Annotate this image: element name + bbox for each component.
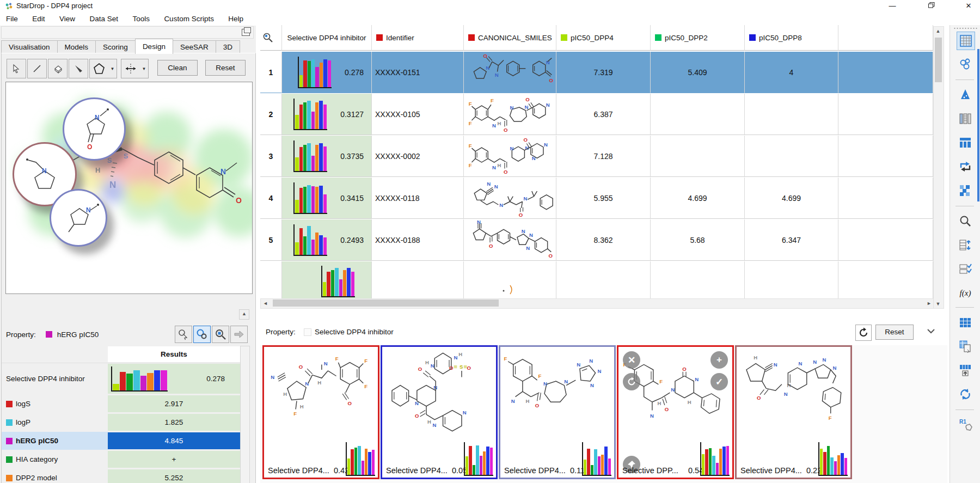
- tab-scoring[interactable]: Scoring: [95, 40, 136, 54]
- suggestion-card-hovered[interactable]: F F NH O N NO H ✕ + ✓ Selective DPP... 0…: [617, 345, 734, 479]
- table-search-icon[interactable]: [262, 32, 273, 43]
- transform-tool-dropdown-icon[interactable]: ▼: [140, 59, 149, 78]
- vscroll-down-icon[interactable]: ▼: [934, 299, 942, 308]
- left-scroll-up-icon[interactable]: ▲: [239, 309, 249, 320]
- menu-file[interactable]: File: [0, 12, 24, 26]
- copy-table-icon[interactable]: [957, 338, 974, 355]
- tab-seesar[interactable]: SeeSAR: [173, 40, 216, 54]
- table-header-icon[interactable]: [957, 134, 974, 151]
- refresh-suggestion-icon[interactable]: [623, 373, 640, 390]
- select-fragment-button[interactable]: [175, 326, 192, 343]
- function-editor-icon[interactable]: f(x): [957, 284, 974, 302]
- results-row-dpp2[interactable]: DPP2 model 5.252: [2, 469, 240, 483]
- tab-models[interactable]: Models: [57, 40, 96, 54]
- results-row-logs[interactable]: logS 2.917: [2, 395, 240, 413]
- hscroll-thumb[interactable]: [273, 299, 499, 307]
- sync-icon[interactable]: [957, 386, 974, 403]
- table-row[interactable]: 1 0.278 XXXXX-0151 N O N N O 7.319 5.409…: [260, 52, 933, 94]
- svg-text:H: H: [427, 419, 431, 425]
- fragment-bubble-bottom[interactable]: N: [50, 189, 107, 247]
- glow-mode-button[interactable]: [193, 326, 211, 343]
- table-row[interactable]: 2 0.3127 XXXXX-0105 F F F NH O NN O N 6.…: [260, 94, 933, 136]
- col-header-identifier[interactable]: Identifier: [372, 25, 464, 51]
- vscroll-thumb[interactable]: [935, 38, 942, 82]
- cards-view-icon[interactable]: [957, 56, 974, 73]
- undock-icon[interactable]: [242, 29, 250, 36]
- column-visualisation-icon[interactable]: [957, 110, 974, 127]
- reset-sketch-button[interactable]: Reset: [205, 60, 246, 76]
- transpose-table-icon[interactable]: [957, 158, 974, 175]
- data-grid-icon[interactable]: [957, 314, 974, 331]
- results-scrollbar[interactable]: [240, 346, 250, 483]
- dismiss-suggestion-icon[interactable]: ✕: [623, 351, 640, 369]
- col-header-pic50-dpp2[interactable]: pIC50_DPP2: [651, 25, 745, 51]
- menu-edit[interactable]: Edit: [26, 12, 51, 26]
- collapse-chevron-icon[interactable]: [926, 326, 936, 339]
- suggestion-card[interactable]: F F NH O NN NNNN Selective DPP4... 0.11: [499, 345, 616, 479]
- menu-custom-scripts[interactable]: Custom Scripts: [158, 12, 220, 26]
- matrix-view-icon[interactable]: [957, 182, 974, 199]
- find-icon[interactable]: [957, 212, 974, 230]
- table-row[interactable]: 5 0.2493 XXXXX-0188 N O NNN O 8.362 5.68…: [260, 219, 933, 261]
- menu-help[interactable]: Help: [222, 12, 249, 26]
- results-row-logp[interactable]: logP 1.825: [2, 413, 240, 431]
- close-button[interactable]: ✕: [959, 0, 978, 11]
- menu-view[interactable]: View: [53, 12, 81, 26]
- tab-design[interactable]: Design: [135, 39, 173, 54]
- bond-tool-button[interactable]: [27, 59, 47, 78]
- select-tool-button[interactable]: [7, 59, 26, 78]
- wedge-bond-tool-button[interactable]: [69, 59, 88, 78]
- suggestion-card[interactable]: N N HH F O NH F F F O Selective DPP4... …: [262, 345, 379, 479]
- col-header-smiles[interactable]: CANONICAL_SMILES: [464, 25, 556, 51]
- vscroll-up-icon[interactable]: ▲: [934, 27, 942, 35]
- dpp2-value: 5.252: [108, 469, 240, 483]
- accept-suggestion-icon[interactable]: ✓: [710, 373, 728, 390]
- menu-tools[interactable]: Tools: [126, 12, 156, 26]
- col-header-pic50-dpp8[interactable]: pIC50_DPP8: [745, 25, 838, 51]
- card-score-chart: [464, 442, 493, 476]
- regenerate-button[interactable]: [855, 325, 872, 341]
- table-view-icon[interactable]: [957, 32, 975, 50]
- col-header-pic50-dpp4[interactable]: pIC50_DPP4: [556, 25, 651, 51]
- bottom-property-swatch: [304, 328, 311, 336]
- transform-tool-button[interactable]: [121, 59, 140, 78]
- molecule-canvas[interactable]: H S S H N N O N O: [5, 82, 253, 294]
- restore-button[interactable]: [922, 0, 941, 11]
- card-score-chart: [700, 442, 730, 476]
- table-vscrollbar[interactable]: ▲ ▼: [933, 26, 944, 309]
- suggestion-card[interactable]: NN O NH NH S OO O NH N Selective DPP4...…: [381, 345, 498, 479]
- eraser-tool-button[interactable]: [48, 59, 68, 78]
- property-name[interactable]: hERG pIC50: [57, 331, 99, 339]
- menu-data-set[interactable]: Data Set: [83, 12, 124, 26]
- tab-visualisation[interactable]: Visualisation: [1, 40, 58, 54]
- table-row-partial[interactable]: [260, 261, 933, 298]
- svg-text:N: N: [492, 164, 495, 170]
- import-rows-icon[interactable]: [957, 362, 974, 379]
- edge-scroll-thumb[interactable]: [977, 49, 979, 201]
- apply-arrow-button[interactable]: [230, 326, 248, 343]
- reset-suggestions-button[interactable]: Reset: [875, 325, 914, 340]
- chemical-space-icon[interactable]: [957, 86, 974, 103]
- bottom-property-name[interactable]: Selective DPP4 inhibitor: [315, 328, 394, 336]
- table-row[interactable]: 4 0.3415 XXXXX-0118 N N N O N 5.955 4.69…: [260, 178, 933, 219]
- suggestion-card[interactable]: H N O NH N NNN F Selective DPP4... 0.22: [735, 345, 852, 479]
- toolbar-drag-handle[interactable]: [953, 27, 977, 29]
- hscroll-left-icon[interactable]: ◄: [261, 299, 270, 307]
- select-columns-icon[interactable]: [957, 260, 974, 278]
- table-row[interactable]: 3 0.3735 XXXXX-0002 F F NH O NN O NN 7.1…: [260, 136, 933, 178]
- ring-tool-dropdown-icon[interactable]: ▼: [108, 59, 117, 78]
- clean-button[interactable]: Clean: [157, 60, 198, 76]
- table-hscrollbar[interactable]: ◄ ►: [260, 298, 934, 309]
- magnify-button[interactable]: [212, 326, 229, 343]
- rgroup-analysis-icon[interactable]: R1: [957, 416, 974, 433]
- results-score-row[interactable]: Selective DPP4 inhibitor 0.278: [2, 363, 240, 394]
- hscroll-right-icon[interactable]: ►: [924, 299, 934, 307]
- results-row-hia[interactable]: HIA category +: [2, 450, 240, 468]
- add-suggestion-icon[interactable]: +: [710, 351, 728, 369]
- row-height-icon[interactable]: [957, 236, 974, 254]
- col-header-score[interactable]: Selective DPP4 inhibitor: [282, 25, 372, 51]
- minimize-button[interactable]: —: [883, 0, 902, 11]
- ring-tool-button[interactable]: [89, 59, 109, 78]
- tab-3d[interactable]: 3D: [216, 40, 240, 54]
- results-row-herg[interactable]: hERG pIC50 4.845: [2, 432, 240, 450]
